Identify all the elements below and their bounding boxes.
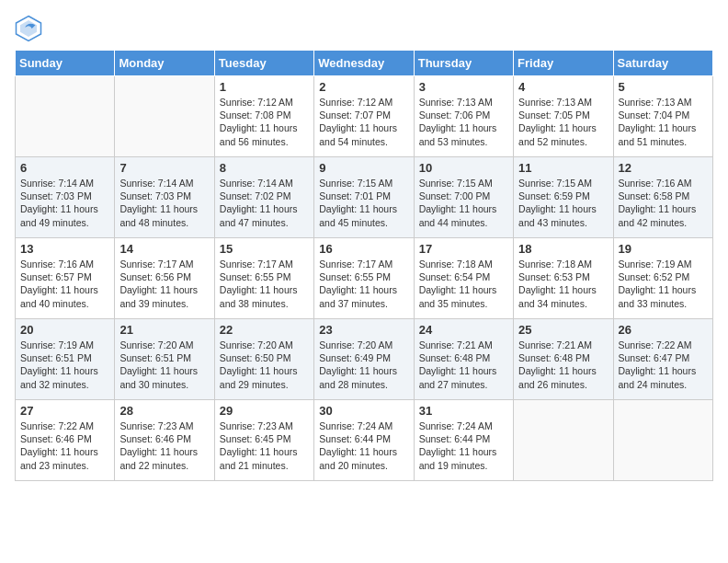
day-info: Sunrise: 7:14 AM Sunset: 7:03 PM Dayligh…	[119, 177, 209, 229]
calendar-table: SundayMondayTuesdayWednesdayThursdayFrid…	[15, 50, 713, 481]
day-info: Sunrise: 7:22 AM Sunset: 6:46 PM Dayligh…	[20, 419, 109, 472]
weekday-header-tuesday: Tuesday	[214, 51, 313, 76]
day-number: 11	[518, 161, 608, 175]
day-number: 12	[619, 161, 708, 175]
calendar-cell: 14Sunrise: 7:17 AM Sunset: 6:56 PM Dayli…	[115, 238, 214, 319]
day-info: Sunrise: 7:12 AM Sunset: 7:08 PM Dayligh…	[220, 96, 309, 148]
calendar-cell: 21Sunrise: 7:20 AM Sunset: 6:51 PM Dayli…	[115, 319, 214, 400]
weekday-header-wednesday: Wednesday	[314, 51, 414, 76]
day-number: 27	[20, 404, 109, 418]
day-number: 26	[619, 323, 708, 337]
calendar-cell: 5Sunrise: 7:13 AM Sunset: 7:04 PM Daylig…	[613, 76, 712, 157]
day-info: Sunrise: 7:24 AM Sunset: 6:44 PM Dayligh…	[419, 419, 508, 472]
calendar-cell: 26Sunrise: 7:22 AM Sunset: 6:47 PM Dayli…	[613, 319, 712, 400]
weekday-header-monday: Monday	[115, 51, 214, 76]
day-number: 24	[419, 323, 508, 337]
calendar-cell: 29Sunrise: 7:23 AM Sunset: 6:45 PM Dayli…	[214, 400, 313, 481]
calendar-week-1: 1Sunrise: 7:12 AM Sunset: 7:08 PM Daylig…	[16, 76, 713, 157]
day-info: Sunrise: 7:21 AM Sunset: 6:48 PM Dayligh…	[518, 339, 608, 391]
calendar-cell: 17Sunrise: 7:18 AM Sunset: 6:54 PM Dayli…	[414, 238, 513, 319]
day-info: Sunrise: 7:17 AM Sunset: 6:55 PM Dayligh…	[220, 258, 309, 310]
day-info: Sunrise: 7:23 AM Sunset: 6:46 PM Dayligh…	[119, 419, 209, 472]
day-number: 18	[518, 242, 608, 256]
calendar-cell: 9Sunrise: 7:15 AM Sunset: 7:01 PM Daylig…	[314, 157, 414, 238]
day-number: 3	[419, 80, 508, 94]
day-info: Sunrise: 7:13 AM Sunset: 7:04 PM Dayligh…	[619, 96, 708, 148]
calendar-cell	[115, 76, 214, 157]
day-number: 15	[220, 242, 309, 256]
calendar-cell: 25Sunrise: 7:21 AM Sunset: 6:48 PM Dayli…	[514, 319, 613, 400]
day-info: Sunrise: 7:14 AM Sunset: 7:02 PM Dayligh…	[220, 177, 309, 229]
day-info: Sunrise: 7:20 AM Sunset: 6:49 PM Dayligh…	[319, 339, 408, 391]
calendar-cell: 23Sunrise: 7:20 AM Sunset: 6:49 PM Dayli…	[314, 319, 414, 400]
day-number: 16	[319, 242, 408, 256]
weekday-header-row: SundayMondayTuesdayWednesdayThursdayFrid…	[16, 51, 713, 76]
calendar-cell	[514, 400, 613, 481]
calendar-week-4: 20Sunrise: 7:19 AM Sunset: 6:51 PM Dayli…	[16, 319, 713, 400]
calendar-cell: 3Sunrise: 7:13 AM Sunset: 7:06 PM Daylig…	[414, 76, 513, 157]
calendar-cell: 27Sunrise: 7:22 AM Sunset: 6:46 PM Dayli…	[16, 400, 115, 481]
calendar-cell: 12Sunrise: 7:16 AM Sunset: 6:58 PM Dayli…	[613, 157, 712, 238]
calendar-cell: 15Sunrise: 7:17 AM Sunset: 6:55 PM Dayli…	[214, 238, 313, 319]
day-info: Sunrise: 7:23 AM Sunset: 6:45 PM Dayligh…	[220, 419, 309, 472]
calendar-cell: 18Sunrise: 7:18 AM Sunset: 6:53 PM Dayli…	[514, 238, 613, 319]
calendar-week-3: 13Sunrise: 7:16 AM Sunset: 6:57 PM Dayli…	[16, 238, 713, 319]
day-number: 21	[119, 323, 209, 337]
calendar-cell: 8Sunrise: 7:14 AM Sunset: 7:02 PM Daylig…	[214, 157, 313, 238]
day-number: 10	[419, 161, 508, 175]
day-number: 30	[319, 404, 408, 418]
day-info: Sunrise: 7:16 AM Sunset: 6:57 PM Dayligh…	[20, 258, 109, 310]
svg-marker-1	[20, 20, 37, 37]
calendar-week-2: 6Sunrise: 7:14 AM Sunset: 7:03 PM Daylig…	[16, 157, 713, 238]
weekday-header-sunday: Sunday	[16, 51, 115, 76]
weekday-header-friday: Friday	[514, 51, 613, 76]
calendar-cell: 20Sunrise: 7:19 AM Sunset: 6:51 PM Dayli…	[16, 319, 115, 400]
calendar-cell: 7Sunrise: 7:14 AM Sunset: 7:03 PM Daylig…	[115, 157, 214, 238]
day-info: Sunrise: 7:14 AM Sunset: 7:03 PM Dayligh…	[20, 177, 109, 229]
day-number: 28	[119, 404, 209, 418]
calendar-cell: 28Sunrise: 7:23 AM Sunset: 6:46 PM Dayli…	[115, 400, 214, 481]
day-info: Sunrise: 7:13 AM Sunset: 7:06 PM Dayligh…	[419, 96, 508, 148]
day-info: Sunrise: 7:22 AM Sunset: 6:47 PM Dayligh…	[619, 339, 708, 391]
day-info: Sunrise: 7:16 AM Sunset: 6:58 PM Dayligh…	[619, 177, 708, 229]
calendar-cell: 4Sunrise: 7:13 AM Sunset: 7:05 PM Daylig…	[514, 76, 613, 157]
day-number: 2	[319, 80, 408, 94]
day-info: Sunrise: 7:17 AM Sunset: 6:56 PM Dayligh…	[119, 258, 209, 310]
day-number: 29	[220, 404, 309, 418]
calendar-cell: 31Sunrise: 7:24 AM Sunset: 6:44 PM Dayli…	[414, 400, 513, 481]
calendar-week-5: 27Sunrise: 7:22 AM Sunset: 6:46 PM Dayli…	[16, 400, 713, 481]
calendar-cell: 10Sunrise: 7:15 AM Sunset: 7:00 PM Dayli…	[414, 157, 513, 238]
day-number: 25	[518, 323, 608, 337]
day-number: 23	[319, 323, 408, 337]
logo	[15, 15, 48, 42]
calendar-cell	[613, 400, 712, 481]
calendar-cell: 16Sunrise: 7:17 AM Sunset: 6:55 PM Dayli…	[314, 238, 414, 319]
day-info: Sunrise: 7:24 AM Sunset: 6:44 PM Dayligh…	[319, 419, 408, 472]
day-info: Sunrise: 7:15 AM Sunset: 6:59 PM Dayligh…	[518, 177, 608, 229]
day-info: Sunrise: 7:15 AM Sunset: 7:00 PM Dayligh…	[419, 177, 508, 229]
calendar-cell: 13Sunrise: 7:16 AM Sunset: 6:57 PM Dayli…	[16, 238, 115, 319]
day-info: Sunrise: 7:13 AM Sunset: 7:05 PM Dayligh…	[518, 96, 608, 148]
calendar-cell: 6Sunrise: 7:14 AM Sunset: 7:03 PM Daylig…	[16, 157, 115, 238]
weekday-header-saturday: Saturday	[613, 51, 712, 76]
logo-icon	[15, 15, 42, 42]
day-info: Sunrise: 7:20 AM Sunset: 6:51 PM Dayligh…	[119, 339, 209, 391]
calendar-cell	[16, 76, 115, 157]
day-info: Sunrise: 7:15 AM Sunset: 7:01 PM Dayligh…	[319, 177, 408, 229]
day-number: 1	[220, 80, 309, 94]
calendar-cell: 30Sunrise: 7:24 AM Sunset: 6:44 PM Dayli…	[314, 400, 414, 481]
day-number: 13	[20, 242, 109, 256]
day-info: Sunrise: 7:19 AM Sunset: 6:51 PM Dayligh…	[20, 339, 109, 391]
day-number: 4	[518, 80, 608, 94]
day-number: 14	[119, 242, 209, 256]
day-number: 19	[619, 242, 708, 256]
day-number: 31	[419, 404, 508, 418]
page-header	[15, 15, 713, 42]
calendar-cell: 11Sunrise: 7:15 AM Sunset: 6:59 PM Dayli…	[514, 157, 613, 238]
day-info: Sunrise: 7:18 AM Sunset: 6:54 PM Dayligh…	[419, 258, 508, 310]
day-info: Sunrise: 7:20 AM Sunset: 6:50 PM Dayligh…	[220, 339, 309, 391]
day-number: 6	[20, 161, 109, 175]
day-number: 5	[619, 80, 708, 94]
day-number: 7	[119, 161, 209, 175]
calendar-cell: 1Sunrise: 7:12 AM Sunset: 7:08 PM Daylig…	[214, 76, 313, 157]
